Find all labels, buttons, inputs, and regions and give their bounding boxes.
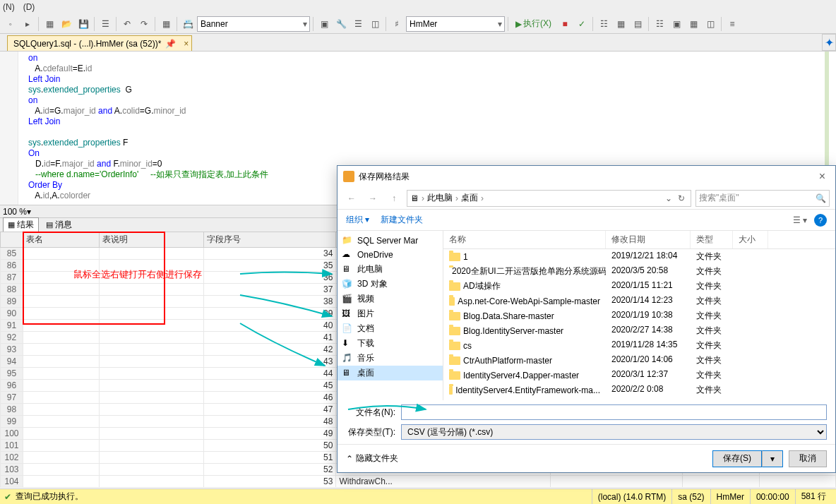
chart-icon[interactable]: ◫	[367, 16, 383, 32]
opt3-icon[interactable]: ▦	[686, 16, 701, 32]
view-icon[interactable]: ☰ ▾	[793, 215, 807, 225]
save-dropdown-icon[interactable]: ▾	[762, 450, 783, 467]
tree-item[interactable]: 🖥此电脑	[338, 262, 443, 277]
status-rows: 581 行	[795, 489, 832, 504]
nav-back-icon[interactable]: ◦	[3, 16, 18, 32]
document-tabs: SQLQuery1.sql - (...l).HmMer (sa (52))* …	[0, 34, 836, 51]
pin-icon[interactable]: 📌	[165, 39, 176, 49]
parse-icon[interactable]: ✓	[574, 16, 590, 32]
expand-panel-button[interactable]: ✦	[822, 34, 836, 51]
tree-item[interactable]: ☁OneDrive	[338, 248, 443, 262]
undo-icon[interactable]: ↶	[119, 16, 135, 32]
status-server: (local) (14.0 RTM)	[592, 489, 671, 504]
file-row[interactable]: CtrAuthPlatform-master2020/1/20 14:06文件夹	[443, 353, 835, 368]
file-row[interactable]: 2020全新UI二开运营版抢单跑分系统源码2020/3/5 20:58文件夹	[443, 264, 835, 279]
close-icon[interactable]: ×	[815, 170, 830, 183]
save-button[interactable]: 保存(S) ▾	[712, 450, 783, 467]
status-user: sa (52)	[671, 489, 710, 504]
success-icon: ✔	[4, 492, 11, 502]
col-size[interactable]: 大小	[733, 231, 768, 248]
tab-messages[interactable]: ▤ 消息	[42, 218, 76, 232]
file-list[interactable]: 名称 修改日期 类型 大小 12019/12/21 18:04文件夹2020全新…	[443, 231, 835, 400]
filename-label: 文件名(N):	[346, 407, 395, 419]
open-icon[interactable]: 📂	[59, 16, 74, 32]
col-name[interactable]: 名称	[443, 231, 606, 248]
stop-icon[interactable]: ■	[557, 16, 573, 32]
save-dialog: 保存网格结果 × ← → ↑ 🖥 ›此电脑 ›桌面 › ⌄ ↻ 搜索"桌面" 🔍…	[337, 165, 836, 473]
new-folder-button[interactable]: 新建文件夹	[381, 214, 423, 226]
organize-button[interactable]: 组织 ▾	[346, 214, 369, 226]
tree-item[interactable]: 🧊3D 对象	[338, 277, 443, 292]
props-icon[interactable]: ☰	[350, 16, 366, 32]
opt2-icon[interactable]: ▣	[669, 16, 684, 32]
tree-item[interactable]: ⬇下载	[338, 336, 443, 351]
hide-folders-toggle[interactable]: ⌃ 隐藏文件夹	[346, 452, 398, 464]
search-icon: 🔍	[816, 193, 826, 203]
nav-fwd-icon[interactable]: →	[364, 190, 381, 207]
filetype-label: 保存类型(T):	[346, 426, 395, 438]
cancel-button[interactable]: 取消	[789, 450, 827, 467]
filename-input[interactable]	[401, 404, 827, 420]
new-query-icon[interactable]: ▦	[42, 16, 57, 32]
status-message: 查询已成功执行。	[16, 491, 83, 503]
pc-icon: 🖥	[410, 193, 419, 203]
status-time: 00:00:00	[750, 489, 795, 504]
text-result-icon[interactable]: ▤	[630, 16, 645, 32]
refresh-icon[interactable]: ↻	[675, 193, 688, 203]
file-row[interactable]: cs2019/11/28 14:35文件夹	[443, 338, 835, 353]
tree-item[interactable]: 📁SQL Server Mar	[338, 234, 443, 248]
plan-icon[interactable]: ☷	[596, 16, 611, 32]
tree-item[interactable]: 🖥桌面	[338, 366, 443, 380]
col-date[interactable]: 修改日期	[606, 231, 691, 248]
wrench-icon[interactable]: 🔧	[333, 16, 349, 32]
tree-item[interactable]: 🖼图片	[338, 306, 443, 321]
search-input[interactable]: 搜索"桌面" 🔍	[695, 190, 830, 207]
file-row[interactable]: IdentityServer4.EntityFramework-ma...202…	[443, 383, 835, 397]
filter-icon[interactable]: ♯	[389, 16, 405, 32]
nav-fwd-icon[interactable]: ▸	[20, 16, 35, 32]
dialog-title: 保存网格结果	[359, 171, 410, 183]
editor-gutter	[0, 52, 18, 205]
tab-results[interactable]: ▦ 结果	[3, 217, 39, 232]
save-icon[interactable]: 💾	[76, 16, 91, 32]
tree-item[interactable]: 📄文档	[338, 321, 443, 336]
col-type[interactable]: 类型	[691, 231, 733, 248]
menu-bar[interactable]: (N)(D)	[0, 0, 836, 14]
sql-file-tab[interactable]: SQLQuery1.sql - (...l).HmMer (sa (52))* …	[7, 35, 192, 51]
file-row[interactable]: Asp.net-Core-WebApi-Sample-master2020/1/…	[443, 294, 835, 308]
file-row[interactable]: IdentityServer4.Dapper-master2020/3/1 12…	[443, 368, 835, 383]
file-row[interactable]: 12019/12/21 18:04文件夹	[443, 249, 835, 264]
tree-item[interactable]: 🎵音乐	[338, 351, 443, 366]
status-bar: ✔ 查询已成功执行。 (local) (14.0 RTM) sa (52) Hm…	[0, 488, 836, 504]
tree-item[interactable]: 🎬视频	[338, 292, 443, 306]
folder-tree[interactable]: 📁SQL Server Mar☁OneDrive🖥此电脑🧊3D 对象🎬视频🖼图片…	[338, 231, 443, 400]
nav-up-icon[interactable]: ↑	[386, 190, 402, 207]
address-bar[interactable]: 🖥 ›此电脑 ›桌面 › ⌄ ↻	[407, 190, 691, 207]
redo-icon[interactable]: ↷	[136, 16, 152, 32]
table-icon[interactable]: ▦	[158, 16, 174, 32]
status-db: HmMer	[710, 489, 750, 504]
class-icon[interactable]: 📇	[180, 16, 196, 32]
file-row[interactable]: Blog.Data.Share-master2020/1/19 10:38文件夹	[443, 308, 835, 323]
dialog-titlebar: 保存网格结果 ×	[338, 166, 835, 187]
opt4-icon[interactable]: ◫	[703, 16, 718, 32]
server-icon[interactable]: ▣	[316, 16, 332, 32]
grid-result-icon[interactable]: ▦	[613, 16, 628, 32]
dialog-icon	[343, 171, 354, 182]
help-icon[interactable]: ?	[814, 214, 827, 227]
dialog-nav: ← → ↑ 🖥 ›此电脑 ›桌面 › ⌄ ↻ 搜索"桌面" 🔍	[338, 187, 835, 210]
query-icon[interactable]: ☰	[97, 16, 113, 32]
db-combo[interactable]: HmMer	[406, 16, 505, 32]
dialog-toolbar: 组织 ▾ 新建文件夹 ☰ ▾ ?	[338, 210, 835, 231]
filetype-select[interactable]: CSV (逗号分隔) (*.csv)	[401, 424, 827, 440]
file-row[interactable]: AD域操作2020/1/15 11:21文件夹	[443, 279, 835, 294]
dialog-fields: 文件名(N): 保存类型(T): CSV (逗号分隔) (*.csv)	[338, 400, 835, 444]
indent-icon[interactable]: ≡	[724, 16, 740, 32]
dialog-footer: ⌃ 隐藏文件夹 保存(S) ▾ 取消	[338, 444, 835, 472]
close-icon[interactable]: ×	[184, 39, 189, 49]
file-row[interactable]: Blog.IdentityServer-master2020/2/27 14:3…	[443, 323, 835, 338]
opt1-icon[interactable]: ☷	[652, 16, 667, 32]
nav-back-icon[interactable]: ←	[343, 190, 360, 207]
class-combo[interactable]: Banner	[197, 16, 310, 32]
execute-button[interactable]: ▶ 执行(X)	[511, 18, 556, 30]
